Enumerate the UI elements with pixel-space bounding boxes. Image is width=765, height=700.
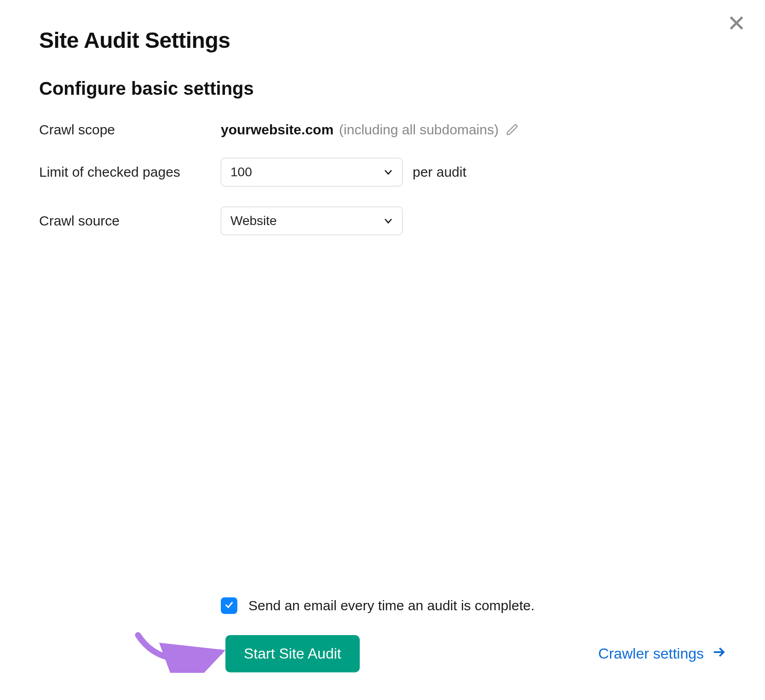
crawl-scope-value: yourwebsite.com (including all subdomain… — [221, 122, 519, 138]
label-crawl-source: Crawl source — [39, 213, 221, 229]
crawl-source-select[interactable]: Website — [221, 207, 403, 235]
crawler-settings-link[interactable]: Crawler settings — [598, 645, 726, 663]
chevron-down-icon — [383, 167, 394, 178]
pencil-icon[interactable] — [506, 123, 519, 136]
close-icon — [728, 14, 745, 34]
crawl-scope-domain: yourwebsite.com — [221, 122, 334, 138]
check-icon — [224, 600, 234, 612]
chevron-down-icon — [383, 215, 394, 226]
crawl-scope-note: (including all subdomains) — [339, 122, 499, 138]
start-site-audit-button[interactable]: Start Site Audit — [225, 635, 360, 672]
row-crawl-source: Crawl source Website — [39, 207, 726, 235]
actions-row: Start Site Audit Crawler settings — [39, 635, 726, 672]
crawler-settings-label: Crawler settings — [598, 645, 704, 662]
label-limit: Limit of checked pages — [39, 164, 221, 180]
page-title: Site Audit Settings — [39, 28, 726, 53]
limit-select[interactable]: 100 — [221, 158, 403, 186]
email-notify-checkbox[interactable] — [221, 597, 237, 614]
email-notify-row: Send an email every time an audit is com… — [221, 597, 726, 614]
crawl-source-select-value: Website — [230, 214, 277, 228]
row-limit: Limit of checked pages 100 per audit — [39, 158, 726, 186]
arrow-right-icon — [712, 645, 726, 663]
row-crawl-scope: Crawl scope yourwebsite.com (including a… — [39, 122, 726, 138]
section-title: Configure basic settings — [39, 78, 726, 99]
footer: Send an email every time an audit is com… — [0, 597, 765, 672]
limit-suffix: per audit — [413, 164, 466, 180]
email-notify-label: Send an email every time an audit is com… — [248, 598, 535, 613]
close-button[interactable] — [725, 13, 748, 35]
annotation-arrow-icon — [129, 631, 230, 673]
limit-select-value: 100 — [230, 165, 252, 179]
label-crawl-scope: Crawl scope — [39, 122, 221, 138]
